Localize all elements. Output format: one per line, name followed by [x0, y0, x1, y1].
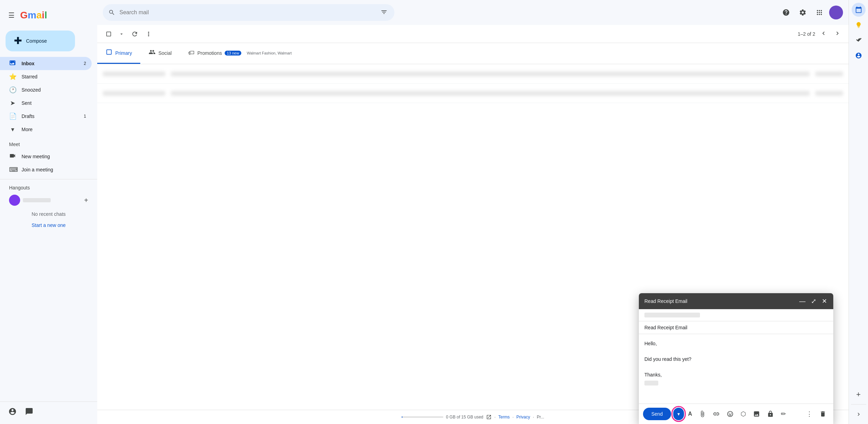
- snoozed-label: Snoozed: [22, 87, 41, 93]
- format-text-button[interactable]: A: [685, 408, 695, 420]
- contacts-button[interactable]: [852, 49, 866, 62]
- hamburger-menu-button[interactable]: ☰: [6, 8, 17, 22]
- compose-body-field[interactable]: Hello, Did you read this yet? Thanks,: [639, 334, 833, 404]
- compose-label: Compose: [26, 38, 47, 44]
- sidebar-item-snoozed[interactable]: 🕐 Snoozed: [0, 83, 92, 96]
- chat-icon-button[interactable]: [22, 405, 36, 418]
- meet-section-label: Meet: [0, 136, 97, 150]
- compose-footer: Send ▾ A ⬡ ✏ ⋮: [639, 404, 833, 424]
- tab-promotions[interactable]: 🏷 Promotions 13 new Walmart Fashion, Wal…: [180, 43, 300, 64]
- sent-icon: ➤: [9, 99, 16, 107]
- compose-minimize-button[interactable]: —: [799, 297, 806, 306]
- join-meeting-item[interactable]: ⌨ Join a meeting: [0, 163, 92, 176]
- compose-to-field[interactable]: [639, 309, 833, 321]
- new-meeting-label: New meeting: [22, 154, 50, 159]
- keep-button[interactable]: [852, 18, 866, 32]
- sidebar-item-inbox[interactable]: Inbox 2: [0, 57, 92, 70]
- sidebar-item-starred[interactable]: ⭐ Starred: [0, 70, 92, 83]
- sidebar-item-drafts[interactable]: 📄 Drafts 1: [0, 110, 92, 123]
- account-icon-button[interactable]: [6, 405, 19, 418]
- storage-track: [402, 416, 443, 418]
- compose-body-signature-blurred: [644, 381, 658, 385]
- promotions-tab-badge: 13 new: [225, 51, 241, 56]
- primary-tab-icon: [106, 49, 112, 57]
- user-avatar[interactable]: [829, 6, 843, 19]
- hangout-user[interactable]: +: [6, 193, 92, 207]
- search-icon: [108, 9, 115, 16]
- compose-body-line1: Hello,: [644, 340, 828, 347]
- compose-plus-icon: ✚: [14, 36, 22, 46]
- footer-separator2: ·: [512, 415, 514, 419]
- refresh-button[interactable]: [128, 28, 141, 40]
- lock-button[interactable]: [764, 408, 777, 420]
- more-icon: ▾: [9, 126, 16, 133]
- top-right-actions: [779, 6, 843, 19]
- snoozed-icon: 🕐: [9, 86, 16, 94]
- search-bar: [103, 4, 394, 21]
- new-meeting-item[interactable]: New meeting: [0, 150, 92, 163]
- compose-button[interactable]: ✚ Compose: [6, 31, 75, 51]
- top-bar: [97, 0, 849, 25]
- inbox-label: Inbox: [22, 61, 34, 66]
- next-page-button[interactable]: [832, 28, 843, 40]
- compose-recipient-blurred: [644, 313, 700, 317]
- star-icon: ⭐: [9, 73, 16, 80]
- add-sidebar-button[interactable]: +: [852, 388, 866, 401]
- inbox-icon: [9, 59, 16, 68]
- compose-subject-text: Read Receipt Email: [644, 325, 687, 330]
- promotions-tab-subtitle: Walmart Fashion, Walmart: [247, 51, 292, 55]
- main-nav: Inbox 2 ⭐ Starred 🕐 Snoozed ➤ Sent 📄 Dra…: [0, 57, 97, 136]
- hangout-user-name-blurred: [23, 198, 51, 202]
- m-icon: Gmail: [20, 10, 47, 21]
- send-dropdown-button[interactable]: ▾: [673, 408, 684, 420]
- compose-window: Read Receipt Email — ⤢ ✕ Read Receipt Em…: [639, 293, 833, 424]
- compose-expand-button[interactable]: ⤢: [810, 297, 817, 306]
- attach-button[interactable]: [696, 408, 709, 420]
- social-tab-icon: [149, 49, 156, 57]
- footer-privacy[interactable]: Privacy: [516, 415, 530, 419]
- compose-subject-field[interactable]: Read Receipt Email: [639, 321, 833, 334]
- start-new-link[interactable]: Start a new one: [6, 222, 92, 228]
- drive-button[interactable]: ⬡: [738, 407, 749, 421]
- primary-tab-label: Primary: [115, 50, 132, 56]
- external-link-icon: [486, 414, 492, 420]
- starred-label: Starred: [22, 74, 37, 79]
- footer-terms[interactable]: Terms: [498, 415, 510, 419]
- compose-trash-button[interactable]: [817, 408, 829, 420]
- select-dropdown-button[interactable]: [116, 28, 127, 40]
- emoji-button[interactable]: [724, 408, 736, 420]
- hangout-avatar: [9, 195, 20, 206]
- tab-primary[interactable]: Primary: [97, 43, 140, 64]
- prev-page-button[interactable]: [818, 28, 829, 40]
- send-button[interactable]: Send: [643, 408, 671, 420]
- compose-header-controls: — ⤢ ✕: [799, 297, 828, 306]
- expand-right-sidebar-button[interactable]: [852, 407, 866, 421]
- compose-close-button[interactable]: ✕: [821, 297, 828, 306]
- calendar-button[interactable]: [852, 3, 866, 17]
- email-row[interactable]: [97, 64, 849, 84]
- compose-header[interactable]: Read Receipt Email — ⤢ ✕: [639, 293, 833, 309]
- email-row[interactable]: [97, 84, 849, 103]
- sidebar: ☰ Gmail ✚ Compose Inbox 2 ⭐ Starred: [0, 0, 97, 424]
- sidebar-item-sent[interactable]: ➤ Sent: [0, 96, 92, 110]
- search-filter-button[interactable]: [379, 7, 389, 18]
- keyboard-icon: ⌨: [9, 166, 16, 173]
- pagination: 1–2 of 2: [798, 28, 843, 40]
- select-all-button[interactable]: [103, 28, 115, 40]
- photo-button[interactable]: [750, 408, 763, 420]
- help-button[interactable]: [779, 6, 793, 19]
- tab-social[interactable]: Social: [140, 43, 180, 64]
- sidebar-item-more[interactable]: ▾ More: [0, 123, 92, 136]
- tasks-button[interactable]: [852, 33, 866, 47]
- storage-text: 0 GB of 15 GB used: [446, 415, 483, 419]
- compose-more-button[interactable]: ⋮: [803, 407, 815, 421]
- video-icon: [9, 152, 16, 161]
- email-toolbar: 1–2 of 2: [97, 25, 849, 43]
- signature-button[interactable]: ✏: [778, 407, 789, 421]
- link-button[interactable]: [710, 408, 723, 420]
- hangout-add-button[interactable]: +: [84, 196, 88, 204]
- search-input[interactable]: [119, 9, 375, 16]
- more-options-button[interactable]: [142, 28, 155, 40]
- settings-button[interactable]: [796, 6, 810, 19]
- apps-button[interactable]: [812, 6, 826, 19]
